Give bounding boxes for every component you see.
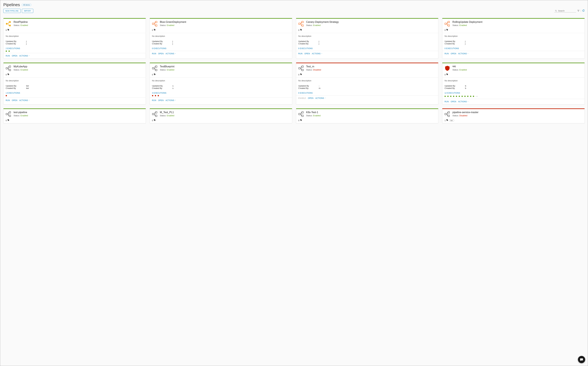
tag-count: 0 (298, 119, 299, 122)
tag-row: 0 (150, 118, 292, 123)
actions-dropdown[interactable]: ACTIONS ⌃ (19, 99, 30, 101)
open-button[interactable]: OPEN (158, 99, 164, 101)
pipeline-card[interactable]: M_Test_PL1Status: Enabled0 (150, 108, 292, 123)
open-button[interactable]: OPEN (12, 99, 17, 101)
execution-dot (470, 96, 471, 97)
run-button[interactable]: RUN (445, 53, 449, 55)
open-button[interactable]: OPEN (451, 53, 456, 55)
actions-dropdown[interactable]: ACTIONS ⌃ (19, 55, 30, 57)
pipeline-name[interactable]: MyKubeApp (14, 65, 28, 68)
execution-dot (473, 96, 474, 97)
pipeline-name[interactable]: भया (452, 65, 467, 68)
pipeline-name[interactable]: Test_m (306, 65, 321, 68)
enable-button[interactable]: ENABLE (298, 97, 306, 99)
pipeline-name[interactable]: pipeline-service-master (452, 111, 478, 114)
run-button[interactable]: RUN (445, 100, 449, 103)
chat-widget-button[interactable] (578, 356, 585, 363)
pipeline-status: Status: Enabled (160, 69, 174, 71)
pipeline-status: Status: Enabled (160, 24, 186, 26)
run-button[interactable]: RUN (6, 99, 10, 101)
run-button[interactable]: RUN (152, 99, 156, 101)
tag-row: 0 (150, 28, 292, 33)
meta-label: Created By (6, 87, 26, 89)
new-pipeline-button[interactable]: NEW PIPELINE (3, 9, 21, 13)
pipeline-name[interactable]: Blue-GreenDeployment (160, 21, 186, 23)
meta-label: Created By (445, 87, 465, 89)
open-button[interactable]: OPEN (304, 53, 310, 55)
pipeline-card[interactable]: RestPipelineStatus: Enabled0No descripti… (3, 18, 146, 59)
run-button[interactable]: RUN (6, 55, 10, 57)
open-button[interactable]: OPEN (451, 100, 456, 103)
pipeline-card[interactable]: भयाStatus: Enabled0No descriptionUpdated… (442, 62, 585, 105)
executions-link[interactable]: 0 EXECUTIONS (152, 47, 290, 50)
actions-dropdown[interactable]: ACTIONS ⌃ (458, 53, 469, 55)
pipeline-description: No description (296, 33, 438, 40)
actions-dropdown[interactable]: ACTIONS ⌃ (165, 99, 176, 101)
run-button[interactable]: RUN (152, 53, 156, 55)
pipeline-status: Status: Enabled (14, 114, 28, 117)
meta-row: Created Byj (445, 43, 582, 45)
executions-link[interactable]: 1 EXECUTIONS (6, 92, 143, 94)
card-footer: ENABLEOPENACTIONS ⌃ (296, 95, 438, 101)
pipeline-card[interactable]: Canary-Deployment-StrategyStatus: Enable… (296, 18, 439, 59)
pipeline-name[interactable]: test-pipeline (14, 111, 28, 114)
card-footer: RUNOPENACTIONS ⌃ (150, 51, 292, 56)
run-button[interactable]: RUN (298, 53, 303, 55)
executions-link[interactable]: 2 EXECUTIONS (6, 47, 143, 50)
tag-count: 0 (152, 119, 153, 122)
pipeline-icon (298, 21, 304, 27)
pipeline-name[interactable]: M_Test_PL1 (160, 111, 174, 114)
actions-dropdown[interactable]: ACTIONS ⌃ (165, 53, 176, 55)
pipeline-name[interactable]: Canary-Deployment-Strategy (306, 21, 339, 23)
pipeline-card[interactable]: TestBlueprintStatus: Enabled0No descript… (150, 62, 292, 105)
svg-rect-23 (9, 112, 11, 113)
search-input[interactable] (558, 10, 575, 12)
pipeline-name[interactable]: TestBlueprint (160, 65, 174, 68)
pipeline-card[interactable]: Test_mStatus: Disabled0No descriptionUpd… (296, 62, 439, 105)
meta-label: Created By (6, 43, 26, 45)
open-button[interactable]: OPEN (12, 55, 17, 57)
execution-dot (158, 95, 159, 96)
refresh-icon[interactable] (582, 9, 585, 12)
meta-value: ker (26, 87, 29, 89)
executions-link[interactable]: 0 EXECUTIONS (298, 47, 436, 50)
pipeline-status: Status: Enabled (160, 114, 174, 117)
executions-link[interactable]: 0 EXECUTIONS (298, 92, 436, 94)
pipeline-card[interactable]: pipeline-service-masterStatus: Disabled1… (442, 108, 585, 123)
actions-dropdown[interactable]: ACTIONS ⌃ (312, 53, 322, 55)
open-button[interactable]: OPEN (158, 53, 164, 55)
execution-dot (462, 96, 463, 97)
execution-dot (6, 95, 7, 96)
pipeline-icon (152, 111, 158, 117)
more-dots-icon[interactable]: ⋯ (476, 95, 478, 98)
executions-link[interactable]: 0 EXECUTIONS (445, 47, 582, 50)
executions-link[interactable]: 12 EXECUTIONS (445, 92, 582, 94)
executions-link[interactable]: 3 EXECUTIONS (152, 92, 290, 94)
svg-rect-32 (448, 112, 450, 113)
svg-rect-15 (9, 69, 11, 71)
pipeline-card[interactable]: RollingUpdate DeploymentStatus: Enabled0… (442, 18, 585, 59)
pipeline-name[interactable]: RollingUpdate Deployment (452, 21, 482, 23)
svg-rect-21 (302, 69, 303, 71)
filter-icon[interactable] (577, 10, 580, 12)
pipeline-card[interactable]: MyKubeAppStatus: Enabled0No descriptionU… (3, 62, 146, 105)
search-input-wrap[interactable] (554, 9, 576, 12)
meta-label: Updated By (6, 85, 26, 87)
svg-rect-5 (156, 21, 157, 23)
actions-dropdown[interactable]: ACTIONS ⌃ (315, 97, 326, 99)
meta-value: b (465, 85, 466, 87)
open-button[interactable]: OPEN (308, 97, 314, 99)
meta-value: j (319, 40, 319, 43)
actions-dropdown[interactable]: ACTIONS ⌃ (458, 100, 469, 103)
pipeline-card[interactable]: Blue-GreenDeploymentStatus: Enabled0No d… (150, 18, 292, 59)
pipeline-card[interactable]: K8s-Test-1Status: Enabled0 (296, 108, 439, 123)
tag-count: 0 (445, 29, 446, 31)
meta-value: - (319, 85, 319, 87)
import-button[interactable]: IMPORT (22, 9, 33, 13)
pipeline-name[interactable]: RestPipeline (14, 21, 28, 23)
tag-chip[interactable]: tan (449, 119, 454, 122)
svg-rect-13 (445, 23, 447, 24)
pipeline-name[interactable]: K8s-Test-1 (306, 111, 321, 114)
tag-count: 0 (298, 74, 299, 76)
pipeline-card[interactable]: test-pipelineStatus: Enabled0 (3, 108, 146, 123)
